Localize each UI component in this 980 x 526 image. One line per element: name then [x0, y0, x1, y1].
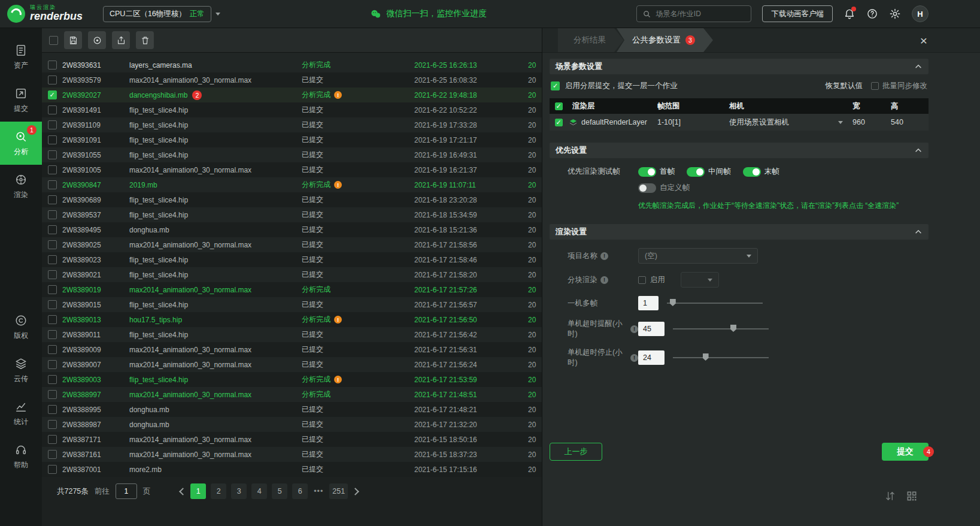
- help-button[interactable]: [866, 8, 878, 20]
- table-row[interactable]: 2W8390689 flip_test_slice4.hip 已提交 ! 202…: [42, 192, 542, 207]
- row-checkbox[interactable]: [48, 150, 57, 159]
- layer-select-all-checkbox[interactable]: [555, 102, 563, 110]
- batch-sync-option[interactable]: 批量同步修改: [871, 81, 927, 91]
- row-checkbox[interactable]: [48, 270, 57, 279]
- table-row[interactable]: 2W8390847 2019.mb 分析完成 ! 2021-6-19 11:07…: [42, 177, 542, 192]
- chevron-up-icon[interactable]: [914, 228, 923, 236]
- camera-select[interactable]: 使用场景设置相机: [729, 117, 852, 128]
- reanalyze-button[interactable]: [88, 31, 106, 49]
- project-name-select[interactable]: (空): [638, 248, 758, 264]
- row-checkbox[interactable]: [48, 165, 57, 174]
- page-button[interactable]: 4: [251, 483, 267, 499]
- save-button[interactable]: [64, 31, 82, 49]
- sidebar-item-submit[interactable]: 提交: [0, 78, 42, 122]
- table-row[interactable]: 2W8392027 dancengshibai.mb 2 分析完成 ! 2021…: [42, 87, 542, 102]
- previous-step-button[interactable]: 上一步: [550, 443, 602, 461]
- renderbus-logo[interactable]: 瑞云渲染 renderbus: [7, 5, 97, 23]
- row-checkbox[interactable]: [48, 375, 57, 384]
- sidebar-item-assets[interactable]: 资产: [0, 35, 42, 78]
- row-checkbox[interactable]: [48, 225, 57, 234]
- layer-row-checkbox[interactable]: [555, 119, 563, 126]
- block-render-checkbox[interactable]: [638, 276, 646, 284]
- search-input[interactable]: [656, 10, 745, 18]
- table-row[interactable]: 2W8388995 donghua.mb 已提交 ! 2021-6-17 21:…: [42, 402, 542, 417]
- page-button[interactable]: 5: [272, 483, 287, 499]
- prev-page-icon[interactable]: [179, 488, 187, 495]
- custom-frames-toggle[interactable]: [638, 183, 656, 193]
- row-checkbox[interactable]: [48, 120, 57, 129]
- sort-transfer-button[interactable]: [884, 490, 896, 502]
- multiframe-input[interactable]: [638, 296, 659, 310]
- table-row[interactable]: 2W8391109 flip_test_slice4.hip 已提交 ! 202…: [42, 117, 542, 132]
- page-ellipsis[interactable]: •••: [312, 487, 324, 495]
- sidebar-item-cloud-transfer[interactable]: 云传: [0, 349, 42, 392]
- timeout-remind-input[interactable]: [638, 322, 665, 336]
- download-client-button[interactable]: 下载动画客户端: [762, 5, 833, 22]
- table-row[interactable]: 2W8389019 max2014_animation0_30_normal.m…: [42, 282, 542, 297]
- chevron-up-icon[interactable]: [914, 146, 923, 155]
- table-row[interactable]: 2W8389023 flip_test_slice4.hip 已提交 ! 202…: [42, 252, 542, 267]
- table-row[interactable]: 2W8389495 donghua.mb 已提交 ! 2021-6-18 15:…: [42, 222, 542, 237]
- row-checkbox[interactable]: [48, 330, 57, 339]
- slider-thumb[interactable]: [670, 299, 676, 306]
- goto-page-input[interactable]: [116, 483, 137, 499]
- row-checkbox[interactable]: [48, 360, 57, 369]
- table-row[interactable]: 2W8393579 max2014_animation0_30_normal.m…: [42, 72, 542, 87]
- chevron-up-icon[interactable]: [914, 62, 923, 71]
- batch-sync-checkbox[interactable]: [871, 82, 879, 90]
- wechat-banner[interactable]: 微信扫一扫，监控作业进度: [370, 8, 487, 20]
- sidebar-item-render[interactable]: 渲染: [0, 165, 42, 208]
- frame-toggle[interactable]: [687, 167, 705, 177]
- row-checkbox[interactable]: [48, 61, 57, 69]
- row-checkbox[interactable]: [48, 90, 57, 99]
- block-render-enable[interactable]: 启用: [638, 275, 665, 285]
- row-checkbox[interactable]: [48, 240, 57, 249]
- table-row[interactable]: 2W8388987 donghua.mb 已提交 ! 2021-6-17 21:…: [42, 417, 542, 432]
- table-row[interactable]: 2W8393631 layers_cameras.ma 分析完成 ! 2021-…: [42, 58, 542, 72]
- sidebar-item-statistics[interactable]: 统计: [0, 392, 42, 435]
- qr-code-button[interactable]: [906, 490, 918, 502]
- table-row[interactable]: 2W8389015 flip_test_slice4.hip 已提交 ! 202…: [42, 297, 542, 312]
- block-count-select[interactable]: [681, 272, 719, 288]
- table-row[interactable]: 2W8389025 max2014_animation0_30_normal.m…: [42, 237, 542, 252]
- table-row[interactable]: 2W8389011 flip_test_slice4.hip 已提交 ! 202…: [42, 327, 542, 342]
- table-row[interactable]: 2W8389009 max2014_animation0_30_normal.m…: [42, 342, 542, 357]
- sidebar-item-copyright[interactable]: 版权: [0, 306, 42, 349]
- table-row[interactable]: 2W8389007 max2014_animation0_30_normal.m…: [42, 357, 542, 372]
- row-checkbox[interactable]: [48, 255, 57, 264]
- row-checkbox[interactable]: [48, 135, 57, 144]
- table-row[interactable]: 2W8391491 flip_test_slice4.hip 已提交 ! 202…: [42, 102, 542, 117]
- frame-toggle[interactable]: [638, 167, 656, 177]
- row-checkbox[interactable]: [48, 405, 57, 414]
- sidebar-item-help[interactable]: 帮助: [0, 435, 42, 478]
- table-row[interactable]: 2W8387001 more2.mb 已提交 ! 2021-6-15 17:15…: [42, 462, 542, 477]
- table-row[interactable]: 2W8389003 flip_test_slice4.hip 分析完成 ! 20…: [42, 372, 542, 387]
- row-checkbox[interactable]: [48, 315, 57, 324]
- restore-default-link[interactable]: 恢复默认值: [826, 81, 863, 91]
- row-checkbox[interactable]: [48, 450, 57, 459]
- select-all-checkbox[interactable]: [49, 36, 58, 45]
- user-avatar[interactable]: H: [912, 5, 929, 22]
- close-panel-button[interactable]: ×: [920, 28, 927, 53]
- slider-thumb[interactable]: [730, 325, 736, 332]
- submit-button[interactable]: 提交 4: [882, 443, 929, 461]
- table-row[interactable]: 2W8387161 max2014_animation0_30_normal.m…: [42, 447, 542, 462]
- next-page-icon[interactable]: [351, 488, 359, 495]
- timeout-remind-slider[interactable]: [673, 322, 769, 336]
- page-button[interactable]: 6: [292, 483, 308, 499]
- timeout-stop-input[interactable]: [638, 350, 665, 365]
- row-checkbox[interactable]: [48, 345, 57, 354]
- delete-button[interactable]: [136, 31, 154, 49]
- table-row[interactable]: 2W8391005 max2014_animation0_30_normal.m…: [42, 162, 542, 177]
- table-row[interactable]: 2W8388997 max2014_animation0_30_normal.m…: [42, 387, 542, 402]
- table-row[interactable]: 2W8391091 flip_test_slice4.hip 已提交 ! 202…: [42, 132, 542, 147]
- section-scene-params[interactable]: 场景参数设置: [550, 59, 929, 74]
- slider-thumb[interactable]: [703, 353, 709, 361]
- table-row[interactable]: 2W8389021 flip_test_slice4.hip 已提交 ! 202…: [42, 267, 542, 282]
- table-row[interactable]: 2W8389013 hou17.5_tips.hip 分析完成 ! 2021-6…: [42, 312, 542, 327]
- row-checkbox[interactable]: [48, 195, 57, 204]
- settings-button[interactable]: [889, 8, 901, 20]
- page-button[interactable]: 2: [211, 483, 226, 499]
- row-checkbox[interactable]: [48, 420, 57, 429]
- section-priority[interactable]: 优先设置: [550, 143, 929, 158]
